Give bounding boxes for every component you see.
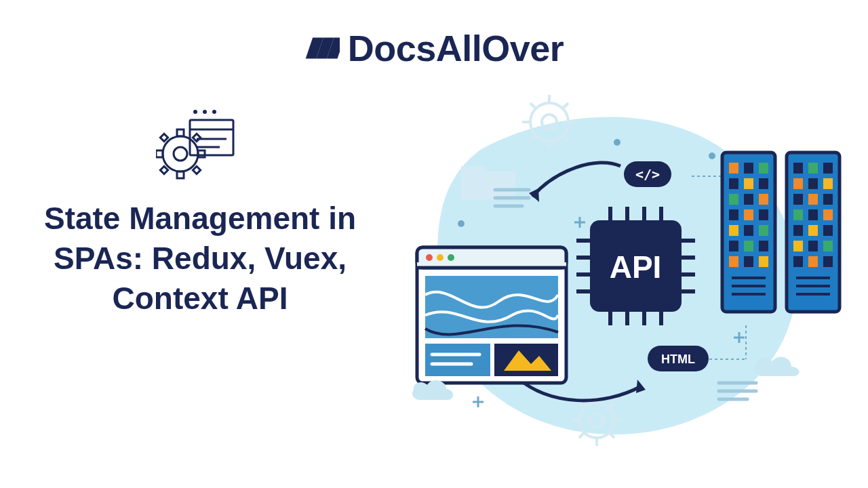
svg-rect-120	[808, 178, 818, 189]
svg-rect-127	[823, 209, 833, 220]
svg-text:HTML: HTML	[661, 352, 695, 366]
brand-header: DocsAllOver	[0, 27, 868, 69]
svg-rect-14	[193, 134, 200, 141]
svg-rect-118	[823, 163, 833, 174]
brand-name: DocsAllOver	[348, 27, 564, 69]
svg-rect-15	[160, 166, 167, 174]
svg-rect-103	[729, 225, 738, 236]
browser-window	[417, 247, 566, 383]
svg-rect-95	[744, 178, 753, 189]
svg-rect-111	[759, 256, 768, 267]
svg-point-1	[203, 110, 207, 114]
settings-workflow-icon	[156, 105, 244, 186]
svg-point-61	[426, 254, 433, 261]
svg-point-62	[437, 254, 443, 261]
svg-text:</>: </>	[635, 166, 660, 182]
svg-rect-107	[744, 241, 753, 251]
svg-rect-124	[823, 194, 833, 205]
svg-text:API: API	[610, 249, 662, 285]
svg-rect-108	[759, 241, 768, 251]
svg-rect-117	[808, 163, 818, 174]
svg-rect-130	[823, 225, 833, 236]
svg-rect-129	[808, 225, 818, 236]
svg-rect-132	[808, 241, 818, 251]
svg-rect-125	[793, 209, 803, 220]
svg-rect-9	[177, 129, 184, 136]
svg-rect-11	[156, 150, 163, 157]
svg-rect-101	[744, 209, 753, 220]
gear-deco-icon	[522, 95, 576, 149]
svg-rect-134	[793, 256, 803, 267]
svg-rect-126	[808, 209, 818, 220]
svg-point-43	[458, 220, 465, 227]
svg-rect-99	[759, 194, 768, 205]
svg-rect-16	[193, 166, 200, 174]
svg-rect-136	[823, 256, 833, 267]
svg-rect-65	[425, 344, 490, 376]
svg-rect-119	[793, 178, 803, 189]
svg-rect-104	[744, 225, 753, 236]
cloud-icon-2	[754, 357, 800, 376]
svg-rect-131	[793, 241, 803, 251]
svg-rect-121	[823, 178, 833, 189]
svg-rect-110	[744, 256, 753, 267]
svg-point-7	[163, 136, 198, 171]
svg-line-35	[579, 432, 585, 438]
svg-rect-109	[729, 256, 738, 267]
api-chip: API	[576, 207, 695, 325]
svg-rect-106	[729, 241, 738, 251]
svg-point-0	[193, 110, 197, 114]
svg-rect-98	[744, 194, 753, 205]
svg-rect-116	[793, 163, 803, 174]
svg-rect-105	[759, 225, 768, 236]
svg-rect-128	[793, 225, 803, 236]
page-title: State Management in SPAs: Redux, Vuex, C…	[41, 199, 359, 319]
svg-rect-96	[759, 178, 768, 189]
svg-rect-13	[160, 134, 167, 141]
api-illustration: </>	[380, 88, 854, 468]
svg-point-8	[174, 147, 187, 161]
svg-rect-123	[808, 194, 818, 205]
server-rack-1	[722, 152, 775, 312]
code-badge: </>	[624, 161, 671, 187]
html-badge: HTML	[648, 346, 709, 371]
svg-rect-94	[729, 178, 738, 189]
svg-point-42	[709, 152, 715, 159]
svg-rect-92	[744, 163, 753, 174]
svg-point-41	[614, 139, 620, 146]
svg-rect-135	[808, 256, 818, 267]
svg-rect-102	[759, 209, 768, 220]
svg-point-2	[212, 110, 216, 114]
svg-rect-12	[198, 150, 205, 157]
svg-rect-3	[190, 120, 233, 155]
svg-rect-122	[793, 194, 803, 205]
svg-rect-91	[729, 163, 738, 174]
brand-logo-icon	[304, 30, 340, 66]
svg-line-24	[563, 103, 568, 108]
left-column: State Management in SPAs: Redux, Vuex, C…	[41, 105, 359, 319]
svg-rect-100	[729, 209, 738, 220]
svg-rect-133	[823, 241, 833, 251]
svg-rect-10	[177, 171, 184, 178]
svg-point-63	[448, 254, 454, 261]
svg-line-23	[530, 103, 536, 108]
svg-rect-97	[729, 194, 738, 205]
svg-rect-93	[759, 163, 768, 174]
server-rack-2	[787, 152, 840, 312]
